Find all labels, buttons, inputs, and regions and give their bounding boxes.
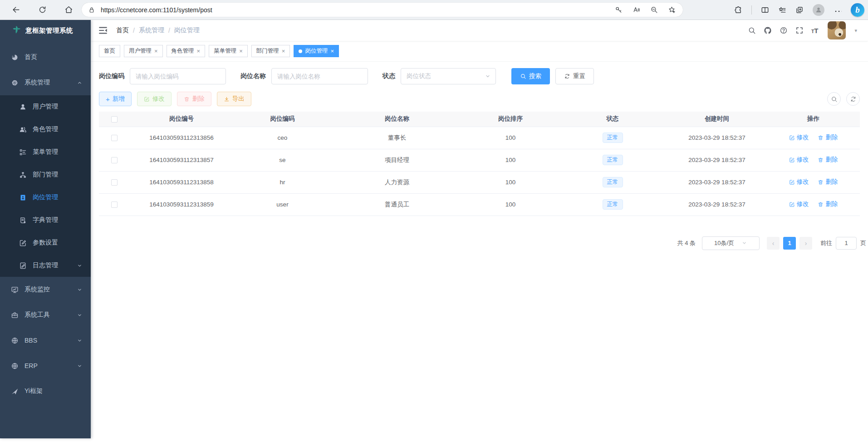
org-tree-icon xyxy=(19,171,27,179)
favorites-bar-icon[interactable] xyxy=(778,6,786,14)
page-number-button[interactable]: 1 xyxy=(783,237,796,250)
browser-profile-icon[interactable] xyxy=(813,4,824,16)
sidebar-collapse-icon[interactable] xyxy=(98,25,108,35)
row-edit-link[interactable]: 修改 xyxy=(789,156,809,164)
lock-icon[interactable] xyxy=(88,6,95,14)
goto-page-input[interactable] xyxy=(836,237,857,250)
collections-icon[interactable] xyxy=(795,6,804,14)
sidebar-item-menu-management[interactable]: 菜单管理 xyxy=(0,141,91,163)
search-form: 岗位编码 岗位名称 状态 岗位状态 搜索 xyxy=(99,68,860,84)
show-search-toggle-button[interactable] xyxy=(827,92,841,106)
row-delete-link[interactable]: 删除 xyxy=(818,133,838,142)
tab-role-management[interactable]: 角色管理 × xyxy=(167,45,206,57)
select-all-checkbox[interactable] xyxy=(111,116,118,123)
search-button[interactable]: 搜索 xyxy=(511,68,550,84)
row-edit-link[interactable]: 修改 xyxy=(789,178,809,186)
sidebar-item-erp[interactable]: ERP xyxy=(0,353,91,378)
split-screen-icon[interactable] xyxy=(761,6,769,14)
sidebar-item-parameter-settings[interactable]: 参数设置 xyxy=(0,231,91,254)
tab-home[interactable]: 首页 xyxy=(99,45,120,57)
bing-chat-icon[interactable]: b xyxy=(851,3,864,17)
add-favorite-icon[interactable] xyxy=(668,6,676,14)
breadcrumb-home[interactable]: 首页 xyxy=(116,26,129,34)
row-checkbox[interactable] xyxy=(111,135,118,141)
edit-icon xyxy=(789,135,795,141)
read-aloud-icon[interactable] xyxy=(633,6,640,14)
sidebar-item-system-monitor[interactable]: 系统监控 xyxy=(0,277,91,302)
github-icon[interactable] xyxy=(764,26,772,34)
tab-close-icon[interactable]: × xyxy=(330,48,334,54)
tab-menu-management[interactable]: 菜单管理 × xyxy=(209,45,248,57)
row-checkbox[interactable] xyxy=(111,157,118,163)
post-name-input[interactable] xyxy=(271,68,368,84)
toolbar-divider xyxy=(751,5,752,15)
row-delete-link[interactable]: 删除 xyxy=(818,200,838,208)
sidebar-item-label: 参数设置 xyxy=(33,239,58,247)
column-post-sort: 岗位排序 xyxy=(463,112,558,127)
trash-icon xyxy=(818,135,824,141)
zoom-out-icon[interactable] xyxy=(650,6,658,14)
add-button[interactable]: + 新增 xyxy=(99,92,132,106)
browser-more-icon[interactable] xyxy=(834,6,842,14)
row-edit-link[interactable]: 修改 xyxy=(789,133,809,142)
app-title: 意框架管理系统 xyxy=(25,26,73,35)
font-size-icon[interactable]: TT xyxy=(811,27,819,34)
post-code-input[interactable] xyxy=(130,68,226,84)
header-search-icon[interactable] xyxy=(748,26,756,34)
search-icon xyxy=(520,73,526,79)
cell-post-sort: 100 xyxy=(463,149,558,171)
tab-close-icon[interactable]: × xyxy=(239,48,243,54)
sidebar-item-department-management[interactable]: 部门管理 xyxy=(0,163,91,186)
export-button[interactable]: 导出 xyxy=(217,92,251,106)
sidebar-item-label: 系统管理 xyxy=(25,79,50,87)
delete-button[interactable]: 删除 xyxy=(177,92,211,106)
avatar-caret-icon[interactable]: ▾ xyxy=(854,28,857,34)
fullscreen-icon[interactable] xyxy=(795,26,804,34)
tab-user-management[interactable]: 用户管理 × xyxy=(124,45,163,57)
sidebar-item-role-management[interactable]: 角色管理 xyxy=(0,118,91,141)
status-badge: 正常 xyxy=(603,199,623,210)
tab-close-icon[interactable]: × xyxy=(154,48,158,54)
row-delete-link[interactable]: 删除 xyxy=(818,178,838,186)
help-icon[interactable] xyxy=(780,26,788,34)
browser-back-button[interactable] xyxy=(8,2,24,18)
edit-button[interactable]: 修改 xyxy=(137,92,172,106)
tags-view-bar: 首页 用户管理 × 角色管理 × 菜单管理 × 部门管理 × 岗位管理 × xyxy=(91,41,868,62)
row-checkbox[interactable] xyxy=(111,179,118,186)
row-checkbox[interactable] xyxy=(111,201,118,208)
sidebar-item-user-management[interactable]: 用户管理 xyxy=(0,95,91,118)
tab-label: 首页 xyxy=(104,47,115,55)
sidebar-item-home[interactable]: 首页 xyxy=(0,44,91,70)
prev-page-button[interactable]: ‹ xyxy=(767,237,780,250)
sidebar-item-label: 系统监控 xyxy=(25,285,50,294)
tab-close-icon[interactable]: × xyxy=(197,48,201,54)
url-text[interactable]: https://ccnetcore.com:1101/system/post xyxy=(101,6,615,14)
row-delete-link[interactable]: 删除 xyxy=(818,156,838,164)
tab-post-management[interactable]: 岗位管理 × xyxy=(294,45,339,57)
reset-button[interactable]: 重置 xyxy=(555,68,594,84)
tab-department-management[interactable]: 部门管理 × xyxy=(251,45,290,57)
refresh-table-button[interactable] xyxy=(846,92,860,106)
sidebar-item-yi-framework[interactable]: Yi框架 xyxy=(0,378,91,404)
page-size-value: 10条/页 xyxy=(714,239,734,247)
browser-home-button[interactable] xyxy=(61,2,76,18)
sidebar-item-post-management[interactable]: 岗位管理 xyxy=(0,186,91,209)
browser-refresh-button[interactable] xyxy=(34,2,50,18)
row-edit-link[interactable]: 修改 xyxy=(789,200,809,208)
password-key-icon[interactable] xyxy=(615,6,623,14)
cell-post-code: hr xyxy=(234,171,331,193)
sidebar-item-bbs[interactable]: BBS xyxy=(0,328,91,353)
sidebar-item-system-tools[interactable]: 系统工具 xyxy=(0,302,91,328)
address-bar[interactable]: https://ccnetcore.com:1101/system/post xyxy=(82,3,683,17)
user-avatar[interactable] xyxy=(828,21,846,39)
status-select[interactable]: 岗位状态 xyxy=(401,68,496,84)
header-select-all xyxy=(99,112,129,127)
chevron-down-icon xyxy=(485,73,491,79)
sidebar-item-dictionary-management[interactable]: 字典管理 xyxy=(0,209,91,231)
extensions-icon[interactable] xyxy=(734,6,742,14)
page-size-select[interactable]: 10条/页 xyxy=(702,236,760,250)
sidebar-item-system-management[interactable]: 系统管理 xyxy=(0,70,91,95)
tab-close-icon[interactable]: × xyxy=(282,48,285,54)
next-page-button[interactable]: › xyxy=(799,237,812,250)
sidebar-item-log-management[interactable]: 日志管理 xyxy=(0,254,91,277)
